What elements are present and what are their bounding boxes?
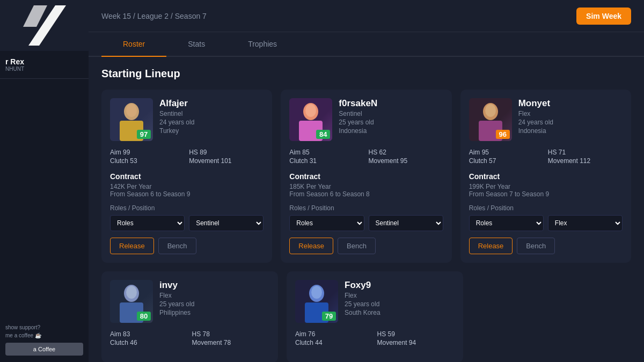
stats-alfajer: Aim 99 HS 89 Clutch 53 Movement 101: [110, 149, 264, 165]
stat-movement: Movement 112: [548, 157, 623, 165]
header: Week 15 / League 2 / Season 7 Sim Week: [89, 0, 644, 32]
contract-title: Contract: [469, 172, 623, 181]
logo-svg: [23, 0, 66, 51]
svg-point-4: [126, 104, 137, 117]
rating-monyet: 96: [496, 130, 510, 139]
position-select-f0rsaken[interactable]: Sentinel Flex: [369, 215, 443, 231]
tab-trophies[interactable]: Trophies: [226, 32, 298, 57]
svg-point-7: [305, 104, 316, 117]
roles-select-alfajer[interactable]: Roles: [110, 215, 185, 231]
roles-f0rsaken: Roles / Position Roles Sentinel Flex: [289, 204, 443, 231]
stat-clutch: Clutch 57: [469, 157, 544, 165]
stat-hs: HS 59: [377, 330, 455, 338]
player-header-f0rsaken: 84 f0rsakeN Sentinel 25 years old Indone…: [289, 98, 443, 141]
contract-salary-alfajer: 142K Per Year: [110, 183, 264, 190]
roles-label-alfajer: Roles / Position: [110, 204, 264, 212]
country-alfajer: Turkey: [159, 127, 264, 135]
info-alfajer: Alfajer Sentinel 24 years old Turkey: [159, 98, 264, 135]
username: r Rex: [5, 57, 83, 66]
cards-row-2: 80 invy Flex 25 years old Philippines Ai…: [101, 271, 631, 362]
stat-hs: HS 89: [189, 149, 264, 156]
stat-movement: Movement 78: [192, 339, 270, 346]
stats-foxy9: Aim 76 HS 59 Clutch 44 Movement 94: [295, 330, 455, 346]
country-invy: Philippines: [159, 309, 269, 316]
release-button-alfajer[interactable]: Release: [110, 238, 154, 254]
contract-title: Contract: [289, 172, 443, 181]
age-f0rsaken: 25 years old: [339, 119, 443, 126]
contract-monyet: Contract 199K Per Year From Season 7 to …: [469, 172, 623, 198]
name-alfajer: Alfajer: [159, 98, 264, 109]
info-f0rsaken: f0rsakeN Sentinel 25 years old Indonesia: [339, 98, 443, 135]
position-select-alfajer[interactable]: Sentinel Flex Controller Initiator Dueli…: [189, 215, 264, 231]
actions-monyet: Release Bench: [469, 238, 623, 254]
roles-dropdowns-alfajer: Roles Sentinel Flex Controller Initiator…: [110, 215, 264, 231]
roles-monyet: Roles / Position Roles Flex Sentinel: [469, 204, 623, 231]
user-tag: NHUNT: [5, 66, 83, 72]
info-foxy9: Foxy9 Flex 25 years old South Korea: [345, 280, 455, 316]
actions-alfajer: Release Bench: [110, 238, 264, 254]
player-card-monyet: 96 Monyet Flex 24 years old Indonesia Ai…: [460, 90, 631, 263]
stat-aim: Aim 83: [110, 330, 188, 338]
stat-movement: Movement 94: [377, 339, 455, 346]
role-foxy9: Flex: [345, 292, 455, 299]
contract-duration-alfajer: From Season 6 to Season 9: [110, 190, 264, 198]
position-select-monyet[interactable]: Flex Sentinel: [548, 215, 623, 231]
contract-duration-f0rsaken: From Season 6 to Season 8: [289, 190, 443, 198]
stat-aim: Aim 99: [110, 149, 185, 156]
avatar-monyet: 96: [469, 98, 512, 141]
player-card-foxy9: 79 Foxy9 Flex 25 years old South Korea A…: [287, 271, 463, 362]
tab-roster[interactable]: Roster: [101, 32, 166, 57]
player-card-invy: 80 invy Flex 25 years old Philippines Ai…: [101, 271, 278, 362]
coffee-button[interactable]: a Coffee: [5, 343, 83, 356]
stat-movement: Movement 95: [368, 157, 443, 165]
rating-alfajer: 97: [137, 130, 151, 139]
stat-clutch: Clutch 46: [110, 339, 188, 346]
age-monyet: 24 years old: [518, 119, 623, 126]
sidebar-bottom: show support? me a coffee ☕ a Coffee: [0, 318, 89, 362]
stat-clutch: Clutch 44: [295, 339, 373, 346]
rating-foxy9: 79: [322, 312, 336, 321]
svg-point-13: [126, 286, 137, 299]
stat-movement: Movement 101: [189, 157, 264, 165]
stat-hs: HS 71: [548, 149, 623, 156]
role-monyet: Flex: [518, 110, 623, 117]
release-button-f0rsaken[interactable]: Release: [289, 238, 333, 254]
breadcrumb: Week 15 / League 2 / Season 7: [101, 12, 207, 20]
stat-aim: Aim 95: [469, 149, 544, 156]
name-monyet: Monyet: [518, 98, 623, 109]
bench-button-f0rsaken[interactable]: Bench: [338, 238, 376, 254]
player-header-alfajer: 97 Alfajer Sentinel 24 years old Turkey: [110, 98, 264, 141]
stat-aim: Aim 76: [295, 330, 373, 338]
bench-button-monyet[interactable]: Bench: [517, 238, 555, 254]
cards-grid: 97 Alfajer Sentinel 24 years old Turkey …: [101, 90, 631, 362]
avatar-alfajer: 97: [110, 98, 153, 141]
roles-select-monyet[interactable]: Roles: [469, 215, 544, 231]
country-f0rsaken: Indonesia: [339, 127, 443, 135]
sidebar: r Rex NHUNT show support? me a coffee ☕ …: [0, 0, 89, 362]
info-invy: invy Flex 25 years old Philippines: [159, 280, 269, 316]
sidebar-logo: [0, 0, 89, 51]
contract-f0rsaken: Contract 185K Per Year From Season 6 to …: [289, 172, 443, 198]
player-header-invy: 80 invy Flex 25 years old Philippines: [110, 280, 269, 323]
age-foxy9: 25 years old: [345, 300, 455, 308]
tab-stats[interactable]: Stats: [166, 32, 226, 57]
stat-hs: HS 78: [192, 330, 270, 338]
stat-clutch: Clutch 53: [110, 157, 185, 165]
avatar-foxy9: 79: [295, 280, 338, 323]
roles-select-f0rsaken[interactable]: Roles: [289, 215, 364, 231]
cards-row-1: 97 Alfajer Sentinel 24 years old Turkey …: [101, 90, 631, 263]
avatar-f0rsaken: 84: [289, 98, 332, 141]
age-alfajer: 24 years old: [159, 119, 264, 126]
contract-salary-f0rsaken: 185K Per Year: [289, 183, 443, 190]
sim-week-button[interactable]: Sim Week: [576, 8, 631, 25]
player-card-alfajer: 97 Alfajer Sentinel 24 years old Turkey …: [101, 90, 272, 263]
stats-monyet: Aim 95 HS 71 Clutch 57 Movement 112: [469, 149, 623, 165]
name-foxy9: Foxy9: [345, 280, 455, 291]
release-button-monyet[interactable]: Release: [469, 238, 513, 254]
country-foxy9: South Korea: [345, 309, 455, 316]
info-monyet: Monyet Flex 24 years old Indonesia: [518, 98, 623, 135]
bench-button-alfajer[interactable]: Bench: [158, 238, 196, 254]
roles-alfajer: Roles / Position Roles Sentinel Flex Con…: [110, 204, 264, 231]
roles-dropdowns-monyet: Roles Flex Sentinel: [469, 215, 623, 231]
rating-invy: 80: [137, 312, 151, 321]
